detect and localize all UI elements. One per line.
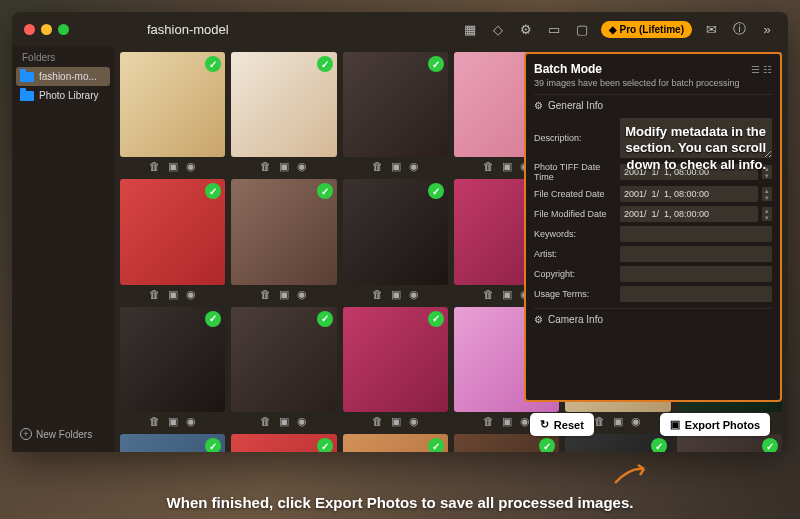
thumbnail-image[interactable]: ✓ <box>343 307 448 412</box>
thumbnail-actions: 🗑 ▣ ◉ <box>120 288 225 301</box>
eye-icon[interactable]: ◉ <box>186 415 196 428</box>
thumbnail-cell[interactable]: ✓ 🗑 ▣ ◉ <box>120 52 225 173</box>
folder-icon[interactable]: ▣ <box>391 415 401 428</box>
thumbnail-cell[interactable]: ✓ 🗑 ▣ ◉ <box>120 434 225 452</box>
reset-button[interactable]: ↻ Reset <box>530 413 594 436</box>
info-icon[interactable]: ⓘ <box>730 20 748 38</box>
eye-icon[interactable]: ◉ <box>520 415 530 428</box>
panel-subtitle: 39 images have been selected for batch p… <box>534 78 772 88</box>
trash-icon[interactable]: 🗑 <box>149 415 160 428</box>
eye-icon[interactable]: ◉ <box>409 288 419 301</box>
checkmark-icon: ✓ <box>317 183 333 199</box>
thumbnail-cell[interactable]: ✓ 🗑 ▣ ◉ <box>343 434 448 452</box>
eye-icon[interactable]: ◉ <box>186 160 196 173</box>
usage-input[interactable] <box>620 286 772 302</box>
pro-badge[interactable]: ◆Pro (Lifetime) <box>601 21 692 38</box>
general-info-section[interactable]: ⚙ General Info <box>534 94 772 116</box>
thumbnail-image[interactable]: ✓ <box>120 52 225 157</box>
trash-icon[interactable]: 🗑 <box>149 160 160 173</box>
eye-icon[interactable]: ◉ <box>297 160 307 173</box>
folder-icon[interactable]: ▣ <box>279 415 289 428</box>
tiff-date-input[interactable] <box>620 164 758 180</box>
trash-icon[interactable]: 🗑 <box>260 288 271 301</box>
folder-icon[interactable]: ▣ <box>168 415 178 428</box>
thumbnail-image[interactable]: ✓ <box>343 434 448 452</box>
thumbnail-cell[interactable]: ✓ 🗑 ▣ ◉ <box>454 434 559 452</box>
thumbnail-cell[interactable]: ✓ 🗑 ▣ ◉ <box>120 307 225 428</box>
folder-icon[interactable]: ▣ <box>502 160 512 173</box>
trash-icon[interactable]: 🗑 <box>372 288 383 301</box>
stepper[interactable]: ▴▾ <box>762 207 772 221</box>
trash-icon[interactable]: 🗑 <box>372 415 383 428</box>
more-icon[interactable]: » <box>758 20 776 38</box>
thumbnail-image[interactable]: ✓ <box>231 52 336 157</box>
thumbnail-image[interactable]: ✓ <box>120 307 225 412</box>
refresh-icon: ↻ <box>540 418 549 431</box>
eye-icon[interactable]: ◉ <box>186 288 196 301</box>
artist-input[interactable] <box>620 246 772 262</box>
modified-date-input[interactable] <box>620 206 758 222</box>
thumbnail-image[interactable]: ✓ <box>454 434 559 452</box>
folder-icon[interactable]: ▣ <box>391 288 401 301</box>
eraser-icon[interactable]: ◇ <box>489 20 507 38</box>
thumbnail-image[interactable]: ✓ <box>343 52 448 157</box>
thumbnail-cell[interactable]: ✓ 🗑 ▣ ◉ <box>120 179 225 300</box>
folder-icon[interactable]: ▣ <box>391 160 401 173</box>
thumbnail-image[interactable]: ✓ <box>565 434 670 452</box>
eye-icon[interactable]: ◉ <box>409 415 419 428</box>
thumbnail-image[interactable]: ✓ <box>120 434 225 452</box>
camera-info-section[interactable]: ⚙ Camera Info <box>534 308 772 330</box>
maximize-window-button[interactable] <box>58 24 69 35</box>
eye-icon[interactable]: ◉ <box>297 415 307 428</box>
trash-icon[interactable]: 🗑 <box>483 160 494 173</box>
trash-icon[interactable]: 🗑 <box>372 160 383 173</box>
thumbnail-image[interactable]: ✓ <box>231 179 336 284</box>
folder-icon[interactable]: ▣ <box>279 160 289 173</box>
thumbnail-cell[interactable]: ✓ 🗑 ▣ ◉ <box>677 434 782 452</box>
created-date-input[interactable] <box>620 186 758 202</box>
keywords-input[interactable] <box>620 226 772 242</box>
stepper[interactable]: ▴▾ <box>762 165 772 179</box>
thumbnail-cell[interactable]: ✓ 🗑 ▣ ◉ <box>231 179 336 300</box>
folder-icon[interactable]: ▣ <box>168 160 178 173</box>
minimize-window-button[interactable] <box>41 24 52 35</box>
trash-icon[interactable]: 🗑 <box>149 288 160 301</box>
thumbnail-image[interactable]: ✓ <box>120 179 225 284</box>
eye-icon[interactable]: ◉ <box>297 288 307 301</box>
book-icon[interactable]: ▭ <box>545 20 563 38</box>
description-input[interactable] <box>620 118 772 158</box>
action-buttons: ↻ Reset ▣ Export Photos <box>530 413 770 436</box>
new-folder-button[interactable]: + New Folders <box>12 422 114 446</box>
calendar-icon[interactable]: ▦ <box>461 20 479 38</box>
eye-icon[interactable]: ◉ <box>409 160 419 173</box>
folder-icon[interactable]: ▣ <box>279 288 289 301</box>
thumbnail-cell[interactable]: ✓ 🗑 ▣ ◉ <box>565 434 670 452</box>
sidebar-item-fashion-model[interactable]: fashion-mo... <box>16 67 110 86</box>
copyright-input[interactable] <box>620 266 772 282</box>
thumbnail-image[interactable]: ✓ <box>231 307 336 412</box>
thumbnail-cell[interactable]: ✓ 🗑 ▣ ◉ <box>231 52 336 173</box>
trash-icon[interactable]: 🗑 <box>260 415 271 428</box>
export-photos-button[interactable]: ▣ Export Photos <box>660 413 770 436</box>
sidebar-item-photo-library[interactable]: Photo Library <box>12 86 114 105</box>
trash-icon[interactable]: 🗑 <box>483 288 494 301</box>
id-icon[interactable]: ▢ <box>573 20 591 38</box>
close-window-button[interactable] <box>24 24 35 35</box>
folder-icon[interactable]: ▣ <box>502 415 512 428</box>
thumbnail-cell[interactable]: ✓ 🗑 ▣ ◉ <box>343 52 448 173</box>
trash-icon[interactable]: 🗑 <box>483 415 494 428</box>
thumbnail-cell[interactable]: ✓ 🗑 ▣ ◉ <box>343 307 448 428</box>
thumbnail-cell[interactable]: ✓ 🗑 ▣ ◉ <box>231 434 336 452</box>
mail-icon[interactable]: ✉ <box>702 20 720 38</box>
thumbnail-cell[interactable]: ✓ 🗑 ▣ ◉ <box>231 307 336 428</box>
panel-view-toggle[interactable]: ☰ ☷ <box>751 64 772 75</box>
thumbnail-image[interactable]: ✓ <box>343 179 448 284</box>
folder-icon[interactable]: ▣ <box>168 288 178 301</box>
trash-icon[interactable]: 🗑 <box>260 160 271 173</box>
thumbnail-image[interactable]: ✓ <box>677 434 782 452</box>
thumbnail-image[interactable]: ✓ <box>231 434 336 452</box>
gear-icon[interactable]: ⚙ <box>517 20 535 38</box>
stepper[interactable]: ▴▾ <box>762 187 772 201</box>
thumbnail-cell[interactable]: ✓ 🗑 ▣ ◉ <box>343 179 448 300</box>
folder-icon[interactable]: ▣ <box>502 288 512 301</box>
